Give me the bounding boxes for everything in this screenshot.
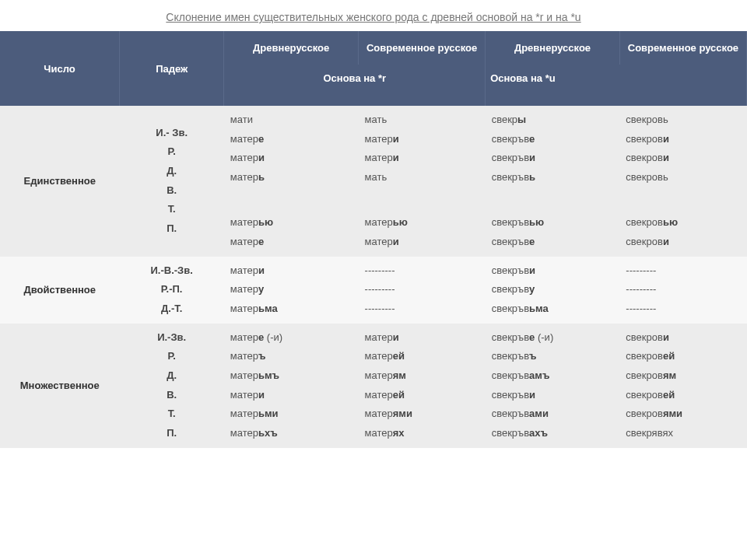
hdr-new-1: Современное русское (359, 31, 486, 65)
sg-new-u: свекровьсвекровисвекровисвекровьсвекровь… (619, 106, 746, 257)
du-old-u: свекръвисвекръвусвекръвьма (486, 257, 620, 324)
hdr-old-2: Древнерусское (486, 31, 620, 65)
sg-old-u: свекрысвекръвесвекръвисвекръвьсвекръвьюс… (486, 106, 620, 257)
hdr-base-u: Основа на *u (486, 65, 747, 106)
header-row-1: Число Падеж Древнерусское Современное ру… (0, 31, 747, 65)
cases-singular: И.- Зв.Р.Д.В.Т.П. (120, 106, 224, 257)
du-old-r: материматеруматерьма (224, 257, 359, 324)
label-dual: Двойственное (0, 257, 120, 324)
hdr-number: Число (0, 31, 120, 106)
row-singular: Единственное И.- Зв.Р.Д.В.Т.П. матиматер… (0, 106, 747, 257)
sg-old-r: матиматерематериматерьматерьюматере (224, 106, 359, 257)
du-new-r: --------------------------- (359, 257, 486, 324)
pl-new-r: матери матерейматерямматерей матерямимат… (359, 324, 486, 448)
hdr-old-1: Древнерусское (224, 31, 359, 65)
row-dual: Двойственное И.-В.-Зв.Р.-П.Д.-Т. материм… (0, 257, 747, 324)
pl-old-u: свекръве (-и)свекръвъсвекръвамъсвекръвис… (486, 324, 620, 448)
page-title: Склонение имен существительных женского … (0, 0, 747, 31)
row-plural: Множественное И.-Зв.Р.Д.В.Т.П. матере (-… (0, 324, 747, 448)
hdr-new-2: Современное русское (619, 31, 746, 65)
cases-plural: И.-Зв.Р.Д.В.Т.П. (120, 324, 224, 448)
sg-new-r: матьматериматериматьматерьюматери (359, 106, 486, 257)
label-singular: Единственное (0, 106, 120, 257)
du-new-u: --------------------------- (619, 257, 746, 324)
declension-table: Число Падеж Древнерусское Современное ру… (0, 31, 747, 448)
pl-new-u: свекровисвекровейсвекровямсвекровейсвекр… (619, 324, 746, 448)
label-plural: Множественное (0, 324, 120, 448)
hdr-base-r: Основа на *r (224, 65, 486, 106)
hdr-case: Падеж (120, 31, 224, 106)
cases-dual: И.-В.-Зв.Р.-П.Д.-Т. (120, 257, 224, 324)
pl-old-r: матере (-и) матеръматерьмъматери матерьм… (224, 324, 359, 448)
